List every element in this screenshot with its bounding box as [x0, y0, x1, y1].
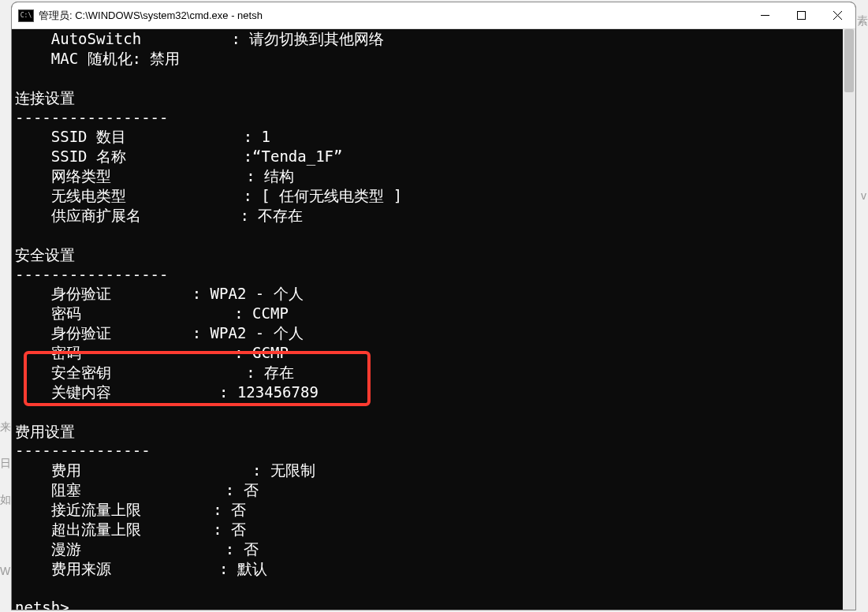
cipher2-label: 密码 [15, 344, 81, 361]
security-settings-header: 安全设置 [15, 246, 75, 263]
ssid-count-label: SSID 数目 [15, 128, 126, 145]
close-button[interactable] [819, 2, 855, 28]
window-controls [747, 2, 855, 28]
ssid-name-value: :“Tenda_1F” [244, 147, 343, 165]
bg-text: 日 [0, 457, 11, 471]
ssid-count-value: : 1 [244, 128, 270, 145]
bg-text: W [0, 565, 10, 577]
vendor-ext-label: 供应商扩展名 [15, 207, 141, 224]
divider: ----------------- [15, 109, 168, 126]
near-limit-value: : 否 [213, 501, 246, 518]
roaming-label: 漫游 [15, 540, 81, 558]
scrollbar-thumb[interactable] [844, 29, 854, 92]
svg-rect-1 [797, 12, 805, 20]
autoswitch-value: : 请勿切换到其他网络 [232, 30, 385, 47]
network-type-label: 网络类型 [15, 167, 111, 185]
divider: --------------- [15, 442, 151, 459]
over-limit-label: 超出流量上限 [15, 521, 141, 538]
titlebar[interactable]: C:\ 管理员: C:\WINDOWS\system32\cmd.exe - n… [12, 2, 855, 29]
congested-value: : 否 [225, 481, 259, 498]
near-limit-label: 接近流量上限 [15, 501, 141, 518]
terminal-output[interactable]: AutoSwitch : 请勿切换到其他网络 MAC 随机化: 禁用 连接设置 … [12, 29, 855, 610]
radio-type-value: : [ 任何无线电类型 ] [243, 187, 402, 204]
key-content-label: 关键内容 [15, 383, 111, 401]
vendor-ext-value: : 不存在 [240, 207, 304, 224]
bg-text: 素 [857, 14, 868, 28]
connection-settings-header: 连接设置 [15, 89, 75, 106]
cost-label: 费用 [15, 461, 81, 479]
cost-source-label: 费用来源 [15, 560, 111, 577]
auth2-value: : WPA2 - 个人 [192, 324, 304, 341]
cmd-window: C:\ 管理员: C:\WINDOWS\system32\cmd.exe - n… [11, 2, 856, 610]
bg-text: 来 [0, 420, 11, 435]
cost-value: : 无限制 [252, 461, 315, 479]
mac-random-line: MAC 随机化: 禁用 [15, 50, 180, 67]
security-key-value: : 存在 [246, 364, 294, 381]
minimize-button[interactable] [747, 2, 783, 28]
network-type-value: : 结构 [246, 167, 294, 185]
cost-source-value: : 默认 [219, 560, 267, 577]
autoswitch-label: AutoSwitch [15, 30, 141, 47]
window-title: 管理员: C:\WINDOWS\system32\cmd.exe - netsh [39, 9, 263, 23]
over-limit-value: : 否 [213, 521, 246, 538]
ssid-name-label: SSID 名称 [15, 147, 126, 165]
bg-text: v [861, 189, 866, 202]
roaming-value: : 否 [225, 540, 259, 558]
maximize-button[interactable] [783, 2, 819, 28]
cost-settings-header: 费用设置 [15, 423, 75, 440]
key-content-value: : 123456789 [219, 383, 319, 401]
titlebar-left: C:\ 管理员: C:\WINDOWS\system32\cmd.exe - n… [18, 9, 263, 23]
auth1-label: 身份验证 [15, 285, 111, 302]
cipher1-label: 密码 [15, 304, 81, 322]
auth2-label: 身份验证 [15, 324, 111, 341]
radio-type-label: 无线电类型 [15, 187, 126, 204]
cipher2-value: : GCMP [234, 344, 289, 361]
scrollbar-track[interactable] [843, 29, 855, 610]
auth1-value: : WPA2 - 个人 [192, 285, 304, 302]
cmd-icon: C:\ [18, 9, 34, 22]
bg-text: 如 [0, 493, 11, 507]
congested-label: 阻塞 [15, 481, 81, 498]
security-key-label: 安全密钥 [15, 364, 111, 381]
cipher1-value: : CCMP [234, 304, 289, 322]
netsh-prompt: netsh> [15, 599, 69, 610]
divider: ----------------- [15, 266, 168, 283]
